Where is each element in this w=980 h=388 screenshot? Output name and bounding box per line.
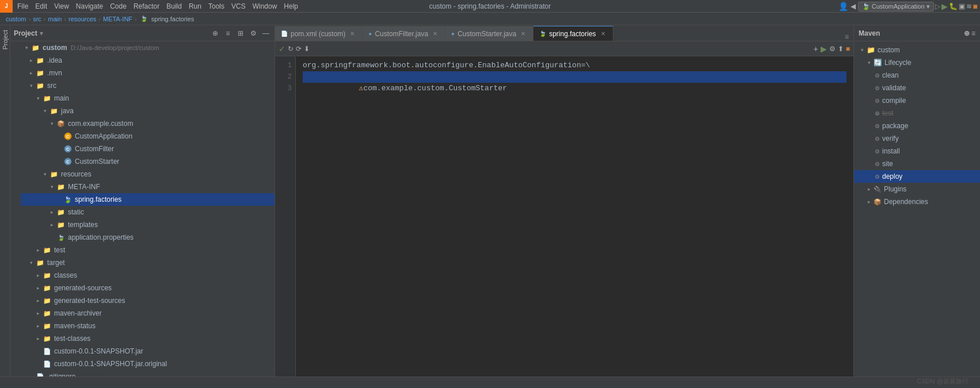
maven-reload-icon[interactable]: ⟳ [296,45,302,53]
tree-item-jar[interactable]: 📄 custom-0.0.1-SNAPSHOT.jar [21,345,274,358]
tree-item-mvn[interactable]: 📁 .mvn [21,67,274,79]
tree-item-src[interactable]: 📁 src [21,79,274,92]
tree-item-app[interactable]: C CustomApplication [21,130,274,143]
tree-item-idea[interactable]: 📁 .idea [21,54,274,67]
tree-item-maven-status[interactable]: 📁 maven-status [21,320,274,332]
menu-tools[interactable]: Tools [205,1,228,11]
tab-factories[interactable]: 🍃 spring.factories ✕ [533,26,613,41]
maven-item-verify[interactable]: ⚙ verify [854,132,980,145]
tree-item-classes[interactable]: 📁 classes [21,269,274,282]
tree-item-gitignore[interactable]: 📄 .gitignore [21,370,274,377]
maven-item-clean[interactable]: ⚙ clean [854,69,980,82]
tree-item-custom[interactable]: 📁 custom D:/Java-develop/project/custom [21,41,274,54]
maven-item-test[interactable]: ⚙ test [854,107,980,120]
menu-vcs[interactable]: VCS [228,1,249,11]
tab-starter-close[interactable]: ✕ [519,30,527,38]
maven-item-deploy[interactable]: ⚙ deploy [854,170,980,183]
breadcrumb-src[interactable]: src [33,16,41,22]
tab-filter[interactable]: ● CustomFilter.java ✕ [363,26,445,41]
coverage-btn[interactable]: ▣ [959,2,965,10]
tree-item-spring-factories[interactable]: 🍃 spring.factories [21,193,274,206]
tree-item-package[interactable]: 📦 com.example.custom [21,117,274,130]
tab-pom[interactable]: 📄 pom.xml (custom) ✕ [275,26,363,41]
group-icon[interactable]: ⊞ [235,28,246,39]
tree-item-starter[interactable]: C CustomStarter [21,155,274,168]
menu-run[interactable]: Run [185,1,205,11]
settings-icon[interactable]: ⚙ [248,28,258,39]
tree-item-main[interactable]: 📁 main [21,92,274,105]
tree-item-target[interactable]: 📁 target [21,256,274,269]
tree-item-gen-test-src[interactable]: 📁 generated-test-sources [21,294,274,307]
menu-file[interactable]: File [14,1,32,11]
run-maven-icon[interactable]: ▶ [821,44,827,53]
maven-action-2[interactable]: ≡ [971,29,975,37]
maven-item-custom[interactable]: 📁 custom [854,44,980,56]
breadcrumb-resources[interactable]: resources [68,16,96,22]
tab-pom-close[interactable]: ✕ [348,30,356,38]
folder-templates-icon: 📁 [56,220,66,229]
menu-build[interactable]: Build [163,1,185,11]
sort-icon[interactable]: ≡ [223,28,233,39]
tab-factories-close[interactable]: ✕ [599,30,607,38]
plus-icon[interactable]: + [814,44,818,53]
run-button[interactable]: ▶ [941,2,948,11]
deploy-icon[interactable]: ⬆ [838,45,844,53]
maven-item-compile[interactable]: ⚙ compile [854,94,980,107]
arrow-filter [55,145,62,152]
profiler-btn[interactable]: ≋ [966,2,972,10]
maven-label-lifecycle: Lifecycle [884,59,912,67]
menu-refactor[interactable]: Refactor [130,1,163,11]
tree-item-test[interactable]: 📁 test [21,244,274,256]
maven-item-site[interactable]: ⚙ site [854,157,980,170]
run-config[interactable]: 🍃 CustomApplication ▾ [858,2,934,11]
menu-help[interactable]: Help [280,1,302,11]
tree-item-maven-archiver[interactable]: 📁 maven-archiver [21,307,274,320]
build-icon[interactable]: ⚙ [829,45,836,53]
folder-gen-src-icon: 📁 [43,283,52,293]
stop-btn[interactable]: ■ [973,2,978,11]
tab-filter-close[interactable]: ✕ [431,30,439,38]
arrow-templates [48,221,55,228]
label-jar: custom-0.0.1-SNAPSHOT.jar [54,347,143,355]
tree-item-app-props[interactable]: 🍃 application.properties [21,231,274,244]
tree-item-static[interactable]: 📁 static [21,206,274,218]
check-icon[interactable]: ✓ [279,44,285,53]
breadcrumb-custom[interactable]: custom [6,16,26,22]
stop-maven-icon[interactable]: ■ [846,45,850,53]
tree-item-java[interactable]: 📁 java [21,105,274,117]
locate-icon[interactable]: ⊕ [210,28,220,39]
maven-item-validate[interactable]: ⚙ validate [854,82,980,94]
tree-item-test-classes[interactable]: 📁 test-classes [21,332,274,345]
tree-item-gen-src[interactable]: 📁 generated-sources [21,282,274,294]
menu-window[interactable]: Window [249,1,281,11]
menu-view[interactable]: View [51,1,73,11]
maven-item-dependencies[interactable]: 📦 Dependencies [854,195,980,208]
close-panel-icon[interactable]: — [261,28,271,39]
tab-overflow-icon[interactable]: ≡ [842,33,851,41]
maven-action-1[interactable]: ⊕ [964,29,970,37]
menu-edit[interactable]: Edit [32,1,51,11]
code-editor[interactable]: org.springframework.boot.autoconfigure.E… [296,56,853,377]
tree-item-filter[interactable]: C CustomFilter [21,143,274,155]
debug-btn[interactable]: 🐛 [949,2,958,10]
breadcrumb-meta-inf[interactable]: META-INF [103,16,132,22]
nav-back[interactable]: ◀ [851,2,856,10]
maven-item-package[interactable]: ⚙ package [854,120,980,132]
project-strip[interactable]: Project [0,25,10,377]
breadcrumb-main[interactable]: main [48,16,62,22]
maven-item-lifecycle[interactable]: 🔄 Lifecycle [854,56,980,69]
maven-item-install[interactable]: ⚙ install [854,145,980,157]
tab-starter[interactable]: ● CustomStarter.java ✕ [445,26,533,41]
tree-item-meta-inf[interactable]: 📁 META-INF [21,180,274,193]
download-icon[interactable]: ⬇ [304,45,310,53]
maven-item-plugins[interactable]: 🔌 Plugins [854,183,980,195]
project-strip-label[interactable]: Project [2,30,9,49]
user-icon[interactable]: 👤 [838,2,848,11]
sidebar-dropdown[interactable]: ▾ [40,29,43,37]
refresh-icon[interactable]: ↻ [288,45,293,53]
tree-item-resources[interactable]: 📁 resources [21,168,274,180]
menu-code[interactable]: Code [106,1,130,11]
tree-item-jar-original[interactable]: 📄 custom-0.0.1-SNAPSHOT.jar.original [21,358,274,370]
tree-item-templates[interactable]: 📁 templates [21,218,274,231]
menu-navigate[interactable]: Navigate [73,1,106,11]
